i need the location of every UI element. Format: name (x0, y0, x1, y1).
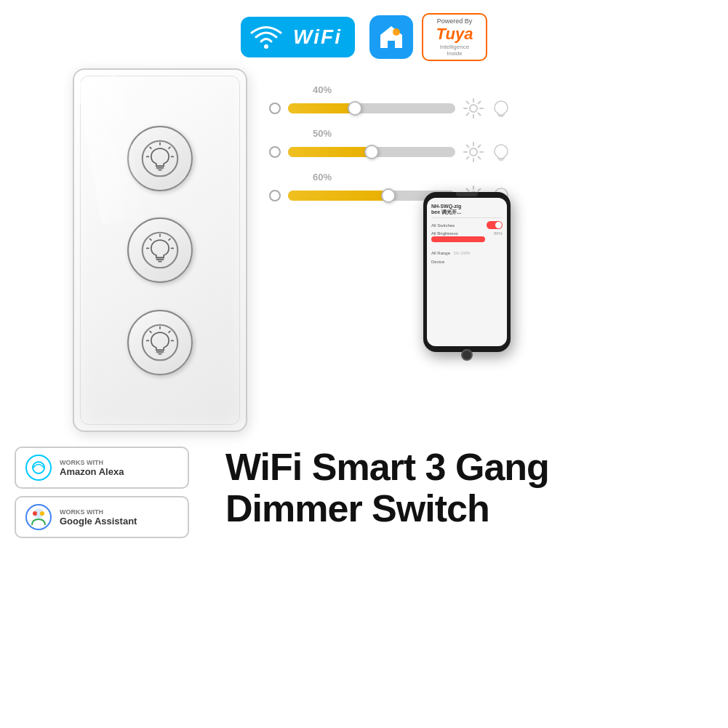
phone-range-row: All Range 1%~100% (431, 244, 503, 257)
svg-line-8 (150, 147, 151, 148)
product-title: WiFi Smart 3 Gang Dimmer Switch (204, 447, 706, 529)
svg-point-29 (470, 105, 477, 112)
svg-point-20 (143, 324, 178, 360)
wifi-badge: WiFi (241, 17, 355, 57)
svg-line-26 (150, 331, 151, 332)
compatibility-badges: WORKS WITH Amazon Alexa WORKS WITH Googl… (15, 447, 189, 538)
slider-3-label: 60% (313, 172, 332, 183)
wifi-label: WiFi (293, 25, 342, 49)
phone-screen: NH-SWQ-zigbee 调光开... All Switches All Br… (427, 198, 507, 346)
slider-2-label: 50% (313, 128, 332, 139)
svg-line-25 (169, 331, 170, 332)
google-assistant-icon (25, 503, 52, 531)
alexa-badge: WORKS WITH Amazon Alexa (15, 447, 189, 489)
svg-point-32 (470, 148, 477, 156)
svg-point-38 (26, 455, 51, 480)
svg-point-42 (33, 511, 37, 516)
product-title-line2: Dimmer Switch (225, 488, 706, 529)
slider-3-thumb[interactable] (381, 188, 396, 203)
svg-point-39 (33, 462, 44, 473)
phone-device-label: Device (431, 260, 444, 264)
tuya-sub-label: IntelligenceInside (440, 44, 469, 57)
wifi-signal-icon (248, 23, 284, 52)
slider-1-thumb[interactable] (348, 101, 362, 116)
google-badge: WORKS WITH Google Assistant (15, 496, 189, 538)
gear-icon-1 (463, 97, 484, 119)
phone-range-label: All Range (431, 251, 450, 255)
svg-line-16 (169, 239, 170, 240)
google-text: WORKS WITH Google Assistant (60, 508, 137, 527)
slider-2-dot (269, 146, 281, 158)
svg-point-1 (393, 28, 400, 36)
gear-icon-2 (463, 141, 484, 163)
bulb-icon-1 (492, 99, 511, 118)
product-title-line1: WiFi Smart 3 Gang (225, 447, 706, 488)
slider-3-dot (269, 190, 281, 201)
svg-point-2 (143, 140, 178, 176)
phone-all-switches-row: All Switches (431, 221, 503, 229)
alexa-text: WORKS WITH Amazon Alexa (60, 459, 124, 477)
light-button-2[interactable] (127, 217, 193, 283)
slider-2-track[interactable] (288, 147, 455, 157)
phone-device-row: Device (431, 260, 503, 264)
svg-point-43 (40, 511, 44, 516)
switch-panel (73, 68, 247, 432)
svg-point-11 (143, 233, 178, 268)
bottom-section: WORKS WITH Amazon Alexa WORKS WITH Googl… (0, 432, 728, 553)
phone-brightness-value: 88% (494, 231, 503, 236)
slider-1-label: 40% (313, 84, 332, 95)
bulb-icon-2 (492, 143, 511, 161)
phone-brightness-bar (431, 236, 485, 242)
light-button-3[interactable] (127, 310, 193, 375)
slider-1-fill (288, 103, 355, 113)
light-button-1[interactable] (127, 126, 193, 191)
slider-2-thumb[interactable] (364, 145, 379, 159)
svg-line-7 (169, 147, 170, 148)
alexa-brand: Amazon Alexa (60, 466, 124, 477)
phone-mockup: NH-SWQ-zigbee 调光开... All Switches All Br… (423, 192, 511, 352)
phone-header: NH-SWQ-zigbee 调光开... (431, 202, 503, 218)
google-brand: Google Assistant (60, 516, 137, 527)
slider-3-fill (288, 191, 388, 201)
slider-row-1: 40% (269, 97, 511, 119)
slider-row-2: 50% (269, 141, 511, 163)
slider-1-track[interactable] (288, 103, 455, 113)
phone-all-switches-label: All Switches (431, 223, 455, 228)
top-section: WiFi Powered By Tuya IntelligenceInside (0, 0, 728, 68)
phone-toggle[interactable] (487, 221, 503, 229)
sliders-section: 40% 50% (269, 68, 511, 352)
phone-brightness-row: All Brightness 88% (431, 231, 503, 242)
svg-line-17 (150, 239, 151, 240)
phone-range-value: 1%~100% (453, 251, 470, 255)
tuya-badge: Powered By Tuya IntelligenceInside (422, 13, 487, 61)
alexa-works-with: WORKS WITH (60, 459, 124, 466)
tuya-powered-label: Powered By (437, 17, 473, 25)
alexa-icon (25, 454, 52, 481)
phone-brightness-label: All Brightness (431, 231, 458, 236)
google-works-with: WORKS WITH (60, 508, 137, 516)
tuya-logo: Tuya (436, 25, 473, 44)
slider-1-dot (269, 103, 281, 114)
smart-life-icon (369, 15, 413, 59)
slider-2-fill (288, 147, 372, 157)
svg-point-0 (264, 44, 268, 49)
